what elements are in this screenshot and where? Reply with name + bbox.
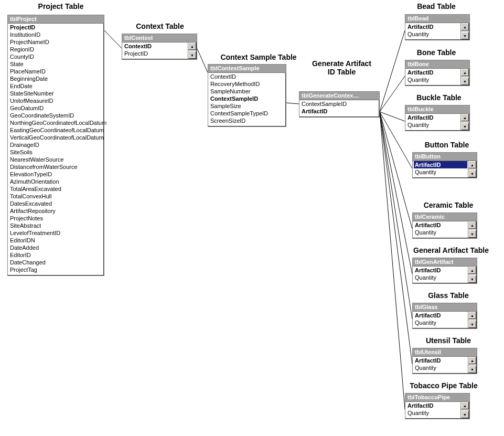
field[interactable]: ScreenSizeID: [209, 117, 285, 124]
scrollbar[interactable]: ▲▼: [468, 357, 476, 373]
scrollbar[interactable]: ▲▼: [460, 402, 469, 418]
field[interactable]: Quantity: [406, 409, 460, 417]
field[interactable]: Quantity: [414, 319, 467, 326]
scroll-up-icon[interactable]: ▲: [188, 42, 196, 50]
scroll-up-icon[interactable]: ▲: [468, 357, 476, 364]
field[interactable]: Quantity: [406, 121, 460, 129]
scroll-up-icon[interactable]: ▲: [461, 114, 469, 121]
scroll-up-icon[interactable]: ▲: [461, 69, 469, 76]
field[interactable]: ArtifactID: [406, 402, 460, 409]
scroll-down-icon[interactable]: ▼: [468, 366, 476, 373]
scroll-down-icon[interactable]: ▼: [468, 170, 476, 177]
field[interactable]: ProjectNotes: [9, 215, 103, 222]
field[interactable]: DatesExcavated: [9, 200, 103, 207]
scroll-down-icon[interactable]: ▼: [461, 32, 469, 39]
field[interactable]: PlaceNameID: [9, 68, 103, 75]
field[interactable]: State: [9, 60, 103, 68]
field[interactable]: ArtifactRepository: [9, 207, 103, 215]
field[interactable]: ArtifactID: [414, 312, 467, 319]
table-ceramic[interactable]: tblCeramicArtifactIDQuantity▲▼: [412, 212, 477, 239]
table-project[interactable]: tblProject ProjectIDInstitutionIDProject…: [7, 15, 104, 276]
field[interactable]: ProjectID: [9, 24, 103, 31]
field[interactable]: EditorID: [9, 251, 103, 259]
table-utensil[interactable]: tblUtensilArtifactIDQuantity▲▼: [412, 348, 477, 374]
field[interactable]: EastingGeoCoordinateofLocalDatum: [9, 126, 103, 134]
field[interactable]: Quantity: [406, 30, 460, 38]
field[interactable]: BeginningDate: [9, 75, 103, 82]
field[interactable]: DistancefromWaterSource: [9, 163, 103, 171]
field[interactable]: GeoCoordinateSystemID: [9, 112, 103, 119]
field[interactable]: ArtifactID: [414, 357, 467, 364]
scroll-up-icon[interactable]: ▲: [461, 23, 469, 30]
scroll-up-icon[interactable]: ▲: [461, 402, 469, 409]
scroll-up-icon[interactable]: ▲: [468, 267, 476, 274]
scroll-down-icon[interactable]: ▼: [461, 78, 469, 85]
field[interactable]: ContextID: [209, 73, 285, 80]
field[interactable]: ContextSampleID: [209, 95, 285, 102]
scroll-down-icon[interactable]: ▼: [468, 230, 476, 238]
field[interactable]: ProjectTag: [9, 266, 103, 273]
field[interactable]: Quantity: [414, 274, 467, 281]
field[interactable]: GeoDatumID: [9, 104, 103, 112]
field[interactable]: SiteSoils: [9, 148, 103, 156]
field[interactable]: RecoveryMethodID: [209, 80, 285, 88]
table-button[interactable]: tblButtonArtifactIDQuantity▲▼: [412, 152, 477, 178]
field[interactable]: CountyID: [9, 53, 103, 60]
field[interactable]: ElevationTypeID: [9, 171, 103, 178]
field[interactable]: ProjectNameID: [9, 38, 103, 46]
field[interactable]: ArtifactID: [406, 114, 460, 121]
scroll-up-icon[interactable]: ▲: [468, 161, 476, 168]
field[interactable]: AzimuthOrientation: [9, 178, 103, 185]
field[interactable]: ContextID: [123, 42, 187, 50]
scrollbar[interactable]: ▲▼: [468, 221, 476, 238]
field[interactable]: LevelofTreatmentID: [9, 229, 103, 237]
scroll-down-icon[interactable]: ▼: [468, 275, 476, 283]
scroll-up-icon[interactable]: ▲: [468, 312, 476, 319]
field[interactable]: EndDate: [9, 82, 103, 90]
field[interactable]: NearestWaterSource: [9, 156, 103, 163]
field[interactable]: ArtifactID: [406, 69, 460, 76]
table-glass[interactable]: tblGlassArtifactIDQuantity▲▼: [412, 303, 477, 329]
field[interactable]: ContextSampleTypeID: [209, 110, 285, 117]
scroll-up-icon[interactable]: ▲: [468, 221, 476, 229]
field[interactable]: ArtifactID: [414, 267, 467, 274]
scrollbar[interactable]: ▲▼: [460, 23, 469, 39]
field[interactable]: DateAdded: [9, 244, 103, 251]
scrollbar[interactable]: ▲▼: [468, 267, 476, 283]
scroll-down-icon[interactable]: ▼: [461, 123, 469, 130]
table-bone[interactable]: tblBoneArtifactIDQuantity▲▼: [405, 60, 470, 86]
field[interactable]: ProjectID: [123, 50, 187, 57]
field[interactable]: ArtifactID: [406, 23, 460, 30]
field[interactable]: EditorIDN: [9, 237, 103, 244]
field[interactable]: Quantity: [414, 229, 467, 236]
field[interactable]: VerticalGeoCoordinateofLocalDatum: [9, 134, 103, 141]
table-context-sample[interactable]: tblContextSample ContextIDRecoveryMethod…: [208, 64, 286, 127]
field[interactable]: TotalAreaExcavated: [9, 185, 103, 193]
field[interactable]: InstitutionID: [9, 31, 103, 38]
scroll-down-icon[interactable]: ▼: [461, 411, 469, 418]
field[interactable]: Quantity: [414, 168, 467, 176]
field[interactable]: ArtifactID: [301, 108, 378, 115]
field[interactable]: DrainageID: [9, 141, 103, 148]
table-context[interactable]: tblContext ContextIDProjectID ▲ ▼: [122, 34, 197, 60]
field[interactable]: DateChanged: [9, 259, 103, 266]
field[interactable]: ContextSampleID: [301, 100, 378, 108]
scrollbar[interactable]: ▲▼: [460, 114, 469, 130]
scroll-down-icon[interactable]: ▼: [468, 321, 476, 328]
field[interactable]: NorthingGeoCoordinateofLocalDatum: [9, 119, 103, 126]
table-tobacco[interactable]: tblTobaccoPipeArtifactIDQuantity▲▼: [405, 393, 470, 419]
field[interactable]: SampleNumber: [209, 88, 285, 95]
table-gen-artifact[interactable]: tblGenArtifactArtifactIDQuantity▲▼: [412, 258, 477, 284]
field[interactable]: Quantity: [414, 364, 467, 371]
scrollbar[interactable]: ▲▼: [468, 312, 476, 328]
scroll-down-icon[interactable]: ▼: [188, 51, 196, 59]
field[interactable]: SiteAbstract: [9, 222, 103, 229]
table-generate[interactable]: tblGenerateContex… ContextSampleIDArtifa…: [299, 91, 380, 118]
field[interactable]: UnitofMeasureID: [9, 97, 103, 104]
field[interactable]: StateSiteNumber: [9, 90, 103, 97]
field[interactable]: SampleSize: [209, 102, 285, 110]
table-bead[interactable]: tblBeadArtifactIDQuantity▲▼: [405, 14, 470, 40]
scrollbar[interactable]: ▲ ▼: [188, 42, 196, 59]
scrollbar[interactable]: ▲▼: [460, 69, 469, 85]
scrollbar[interactable]: ▲▼: [468, 161, 476, 177]
